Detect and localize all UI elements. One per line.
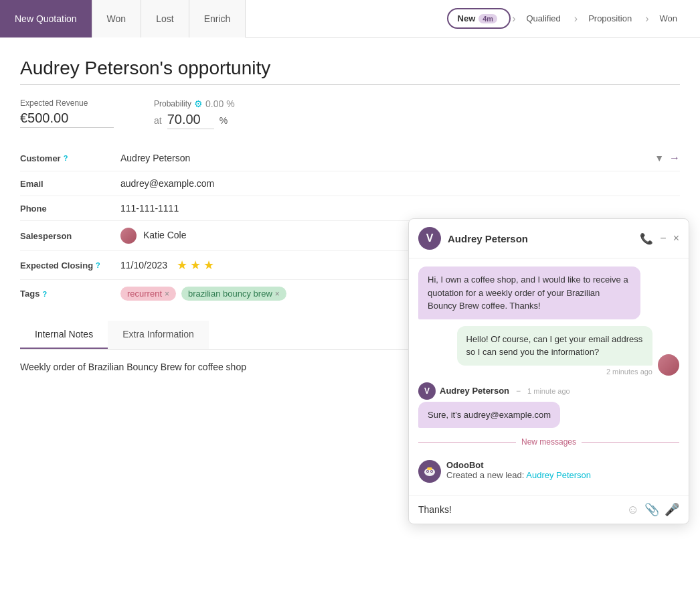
- expected-closing-label: Expected Closing ?: [20, 260, 120, 271]
- lost-button[interactable]: Lost: [141, 0, 189, 37]
- priority-stars: ★ ★ ★: [177, 258, 214, 273]
- svg-point-5: [431, 471, 432, 472]
- star-2[interactable]: ★: [190, 258, 201, 273]
- message-2-row: Hello! Of course, can I get your email a…: [418, 326, 679, 376]
- probability-input[interactable]: 70.00: [167, 112, 214, 129]
- pipeline-step-new-label: New: [458, 13, 476, 23]
- message-1-bubble: Hi, I own a coffee shop, and I would lik…: [418, 266, 640, 319]
- emoji-icon[interactable]: ☺: [627, 503, 639, 517]
- tag-recurrent-label: recurrent: [127, 289, 162, 299]
- probability-block: Probability ⚙ 0.00 % at 70.00 %: [154, 98, 235, 129]
- outgoing-avatar-inner: [658, 354, 679, 376]
- message-3-sender-row: V Audrey Peterson − 1 minute ago: [418, 382, 679, 400]
- phone-row: Phone 111-111-1111: [20, 196, 680, 221]
- message-3-time: 1 minute ago: [527, 387, 570, 395]
- top-bar: New Quotation Won Lost Enrich New 4m › Q…: [0, 0, 700, 37]
- expected-revenue-block: Expected Revenue €500.00: [20, 98, 114, 128]
- chat-minimize-button[interactable]: −: [660, 232, 666, 244]
- message-3: Sure, it's audrey@example.com: [418, 402, 640, 429]
- pipeline-arrow-3: ›: [645, 13, 648, 25]
- tag-brazilian-bouncy-brew-label: brazilian bouncy brew: [188, 289, 272, 299]
- chat-popup: V Audrey Peterson 📞 − × Hi, I own a coff…: [408, 218, 689, 524]
- customer-label: Customer ?: [20, 153, 120, 163]
- tag-brazilian-bouncy-brew[interactable]: brazilian bouncy brew ×: [181, 287, 286, 301]
- message-3-bubble: Sure, it's audrey@example.com: [418, 402, 560, 429]
- email-value[interactable]: audrey@example.com: [120, 178, 680, 189]
- star-1[interactable]: ★: [177, 258, 187, 273]
- chat-close-button[interactable]: ×: [673, 232, 679, 244]
- customer-value: Audrey Peterson ▼ →: [120, 152, 680, 164]
- odoobot-message: Created a new lead: Audrey Peterson: [446, 470, 679, 480]
- gear-icon[interactable]: ⚙: [194, 98, 203, 109]
- probability-display: 0.00 %: [205, 98, 235, 109]
- new-messages-label: New messages: [521, 437, 576, 447]
- message-2: Hello! Of course, can I get your email a…: [457, 326, 653, 376]
- probability-pct: %: [220, 115, 228, 126]
- message-3-avatar: V: [418, 382, 436, 400]
- tag-brazilian-bouncy-brew-remove[interactable]: ×: [275, 289, 280, 299]
- revenue-section: Expected Revenue €500.00 Probability ⚙ 0…: [20, 98, 680, 129]
- revenue-value: €500.00: [20, 110, 114, 128]
- enrich-button[interactable]: Enrich: [189, 0, 246, 37]
- at-label: at: [154, 115, 162, 126]
- message-3-separator: −: [516, 386, 521, 396]
- customer-row: Customer ? Audrey Peterson ▼ →: [20, 145, 680, 171]
- phone-label: Phone: [20, 204, 120, 214]
- odoobot-row: OdooBot Created a new lead: Audrey Peter…: [418, 456, 679, 487]
- page-title: Audrey Peterson's opportunity: [20, 58, 680, 79]
- customer-dropdown-arrow[interactable]: ▼: [654, 153, 664, 163]
- svg-point-4: [427, 471, 428, 472]
- star-3[interactable]: ★: [203, 258, 214, 273]
- tag-recurrent-remove[interactable]: ×: [165, 289, 169, 299]
- pipeline-steps: New 4m › Qualified › Proposition › Won: [447, 8, 689, 29]
- salesperson-label: Salesperson: [20, 231, 120, 241]
- chat-phone-button[interactable]: 📞: [640, 232, 653, 245]
- microphone-icon[interactable]: 🎤: [665, 502, 679, 517]
- expected-closing-help-icon: ?: [96, 261, 100, 269]
- expected-revenue-label: Expected Revenue: [20, 98, 114, 108]
- pipeline-arrow-1: ›: [512, 13, 515, 25]
- pipeline-step-won[interactable]: Won: [650, 9, 690, 27]
- pipeline-step-proposition-label: Proposition: [588, 13, 632, 23]
- svg-rect-6: [427, 467, 432, 470]
- outgoing-avatar: [658, 354, 679, 376]
- message-3-sender-name: Audrey Peterson: [440, 386, 509, 396]
- pipeline-step-proposition[interactable]: Proposition: [579, 9, 644, 27]
- phone-value[interactable]: 111-111-1111: [120, 203, 680, 214]
- attachment-icon[interactable]: 📎: [644, 502, 659, 517]
- new-quotation-button[interactable]: New Quotation: [0, 0, 92, 37]
- customer-help-icon: ?: [64, 154, 68, 162]
- odoobot-info: OdooBot Created a new lead: Audrey Peter…: [446, 460, 679, 480]
- tab-extra-information[interactable]: Extra Information: [108, 321, 209, 349]
- chat-body: Hi, I own a coffee shop, and I would lik…: [409, 258, 689, 495]
- pipeline-step-new-time: 4m: [478, 14, 497, 23]
- action-buttons: New Quotation Won Lost Enrich: [0, 0, 246, 37]
- title-section: Audrey Peterson's opportunity: [20, 58, 680, 85]
- chat-contact-avatar: V: [418, 227, 441, 250]
- chat-header: V Audrey Peterson 📞 − ×: [409, 219, 689, 258]
- message-3-container: V Audrey Peterson − 1 minute ago Sure, i…: [418, 382, 679, 429]
- chat-input[interactable]: [418, 504, 622, 515]
- main-content: Audrey Peterson's opportunity Expected R…: [0, 37, 700, 610]
- tab-internal-notes[interactable]: Internal Notes: [20, 321, 108, 349]
- odoobot-message-prefix: Created a new lead:: [446, 470, 526, 480]
- chat-input-row: ☺ 📎 🎤: [409, 495, 689, 524]
- salesperson-avatar: [120, 228, 137, 244]
- pipeline-step-qualified[interactable]: Qualified: [517, 9, 572, 27]
- pipeline-arrow-2: ›: [574, 13, 578, 25]
- won-button[interactable]: Won: [92, 0, 142, 37]
- chat-header-actions: 📞 − ×: [640, 232, 679, 245]
- pipeline-step-new[interactable]: New 4m: [447, 8, 511, 29]
- chat-contact-name: Audrey Peterson: [448, 233, 640, 244]
- odoobot-avatar: [418, 460, 441, 483]
- odoobot-lead-link[interactable]: Audrey Peterson: [526, 470, 591, 480]
- pipeline-step-won-label: Won: [660, 13, 678, 23]
- probability-label: Probability ⚙ 0.00 %: [154, 98, 235, 109]
- tags-label: Tags ?: [20, 289, 120, 299]
- tag-recurrent[interactable]: recurrent ×: [120, 287, 176, 301]
- message-1: Hi, I own a coffee shop, and I would lik…: [418, 266, 640, 319]
- customer-external-link[interactable]: →: [669, 152, 680, 164]
- message-2-time: 2 minutes ago: [457, 368, 653, 376]
- pipeline-step-qualified-label: Qualified: [526, 13, 560, 23]
- probability-input-row: at 70.00 %: [154, 112, 235, 129]
